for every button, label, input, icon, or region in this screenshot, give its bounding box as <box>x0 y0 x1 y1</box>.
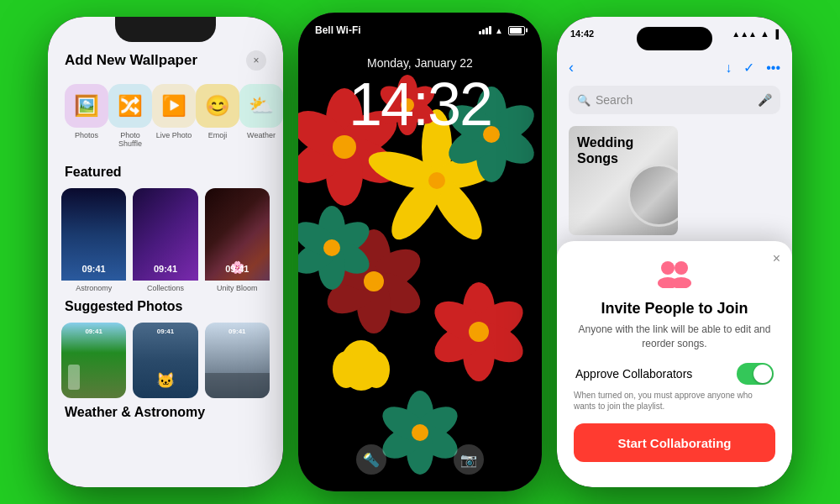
featured-row: 09:41 Astronomy 09:41 Collections 🌸 09:4… <box>61 188 270 292</box>
modal-title: Invite People to Join <box>574 300 775 318</box>
emoji-label: Emoji <box>208 131 228 139</box>
phone3-back-button[interactable]: ‹ <box>569 59 574 76</box>
phone-1: Add New Wallpaper × 🖼️ Photos 🔀 Photo Sh… <box>48 17 283 487</box>
svg-point-43 <box>363 351 390 388</box>
toggle-label: Approve Collaborators <box>575 367 692 381</box>
astronomy-time: 09:41 <box>82 264 106 274</box>
phone1-icon-shuffle[interactable]: 🔀 Photo Shuffle <box>108 84 152 148</box>
svg-point-57 <box>412 424 428 441</box>
svg-point-19 <box>364 271 384 291</box>
phone3-more-icon[interactable]: ••• <box>766 60 780 76</box>
phone1-icon-emoji[interactable]: 😊 Emoji <box>196 84 239 148</box>
suggested-row: 09:41 09:41 🐱 09:41 <box>61 323 270 398</box>
svg-point-6 <box>333 135 356 159</box>
suggested-city[interactable]: 09:41 <box>205 323 270 398</box>
phone1-modal-header: Add New Wallpaper × <box>61 50 270 71</box>
modal-description: Anyone with the link will be able to edi… <box>574 323 775 351</box>
phone3-download-icon[interactable]: ↓ <box>725 60 732 76</box>
phone3-search-bar[interactable]: 🔍 Search 🎤 <box>569 86 780 114</box>
phone3-nav-actions: ↓ ✓ ••• <box>725 60 780 76</box>
phone3-status-icons: ▲▲▲ ▲ ▐ <box>732 29 779 39</box>
phone1-icon-photos[interactable]: 🖼️ Photos <box>65 84 108 148</box>
phone3-nav-bar: ‹ ↓ ✓ ••• <box>557 59 792 76</box>
phone2-carrier: Bell Wi-Fi <box>315 24 361 36</box>
camera-icon[interactable]: 📷 <box>454 444 484 475</box>
phone2-time: 14:32 <box>298 70 542 139</box>
phone1-icon-live[interactable]: ▶️ Live Photo <box>152 84 196 148</box>
featured-unity[interactable]: 🌸 09:41 Unity Bloom <box>205 188 270 292</box>
phone3-battery-icon: ▐ <box>773 29 779 39</box>
shuffle-label: Photo Shuffle <box>108 131 152 148</box>
suggested-cat[interactable]: 09:41 🐱 <box>133 323 197 398</box>
phone3-dynamic-island <box>637 27 712 50</box>
approve-collaborators-toggle[interactable] <box>737 363 774 385</box>
phone1-icon-weather[interactable]: ⛅ Weather <box>239 84 283 148</box>
live-photo-icon: ▶️ <box>152 84 196 128</box>
featured-collections[interactable]: 09:41 Collections <box>133 188 197 292</box>
svg-point-40 <box>469 322 489 342</box>
phone2-date: Monday, January 22 <box>298 56 542 70</box>
album-title-line2: Songs <box>577 150 618 166</box>
invite-people-icon <box>574 258 775 295</box>
invite-modal: × Invite People to Join Anyone with the … <box>557 241 792 487</box>
album-title-line1: Wedding <box>577 134 633 150</box>
phone-2: Bell Wi-Fi ▲ Monday, January 22 14:32 <box>298 13 542 491</box>
toggle-sublabel: When turned on, you must approve anyone … <box>574 390 775 412</box>
collections-time: 09:41 <box>154 264 177 274</box>
svg-point-42 <box>333 351 360 388</box>
unity-label: Unity Bloom <box>205 284 270 292</box>
featured-title: Featured <box>61 165 270 180</box>
phone3-wifi-icon: ▲ <box>760 29 769 39</box>
start-collaborating-button[interactable]: Start Collaborating <box>574 423 775 462</box>
phone2-dynamic-island <box>382 23 458 46</box>
live-label: Live Photo <box>156 131 192 139</box>
toggle-row: Approve Collaborators <box>574 363 775 385</box>
suggested-waterfall[interactable]: 09:41 <box>61 323 126 398</box>
svg-point-58 <box>661 261 675 275</box>
phone3-album-art: Wedding Songs <box>569 126 678 235</box>
astronomy-label: Astronomy <box>61 284 126 292</box>
phone3-time: 14:42 <box>570 29 594 39</box>
phone-3: 14:42 ▲▲▲ ▲ ▐ ‹ ↓ ✓ ••• 🔍 Search 🎤 Weddi… <box>557 17 792 487</box>
phone1-notch <box>115 17 216 42</box>
battery-icon <box>508 26 525 35</box>
svg-point-12 <box>428 172 445 189</box>
svg-point-33 <box>323 239 340 256</box>
phone3-checkmark-icon[interactable]: ✓ <box>743 60 754 76</box>
search-icon: 🔍 <box>577 94 591 107</box>
unity-time: 09:41 <box>225 264 249 274</box>
collections-label: Collections <box>133 284 197 292</box>
weather-astronomy-title: Weather & Astronomy <box>61 405 270 420</box>
search-text: Search <box>596 93 633 107</box>
phone1-icons-row: 🖼️ Photos 🔀 Photo Shuffle ▶️ Live Photo … <box>61 84 270 148</box>
wifi-icon: ▲ <box>495 26 503 35</box>
weather-icon: ⛅ <box>239 84 283 128</box>
phone1-close-button[interactable]: × <box>246 50 266 71</box>
album-disk <box>627 164 678 227</box>
suggested-title: Suggested Photos <box>61 299 270 314</box>
torch-icon[interactable]: 🔦 <box>356 444 386 475</box>
signal-icon <box>479 26 491 34</box>
phone2-status-icons: ▲ <box>479 26 525 35</box>
photos-icon: 🖼️ <box>65 84 108 128</box>
photos-label: Photos <box>75 131 98 139</box>
emoji-icon: 😊 <box>196 84 239 128</box>
mic-icon: 🎤 <box>758 93 772 107</box>
weather-label: Weather <box>247 131 276 139</box>
shuffle-icon: 🔀 <box>108 84 152 128</box>
featured-astronomy[interactable]: 09:41 Astronomy <box>61 188 126 292</box>
modal-close-button[interactable]: × <box>773 251 780 266</box>
toggle-knob <box>753 365 772 383</box>
phone3-signal-icon: ▲▲▲ <box>732 29 757 39</box>
phone1-modal-title: Add New Wallpaper <box>65 52 197 69</box>
svg-point-59 <box>675 261 688 275</box>
phone2-bottom-bar: 🔦 📷 <box>298 444 542 475</box>
